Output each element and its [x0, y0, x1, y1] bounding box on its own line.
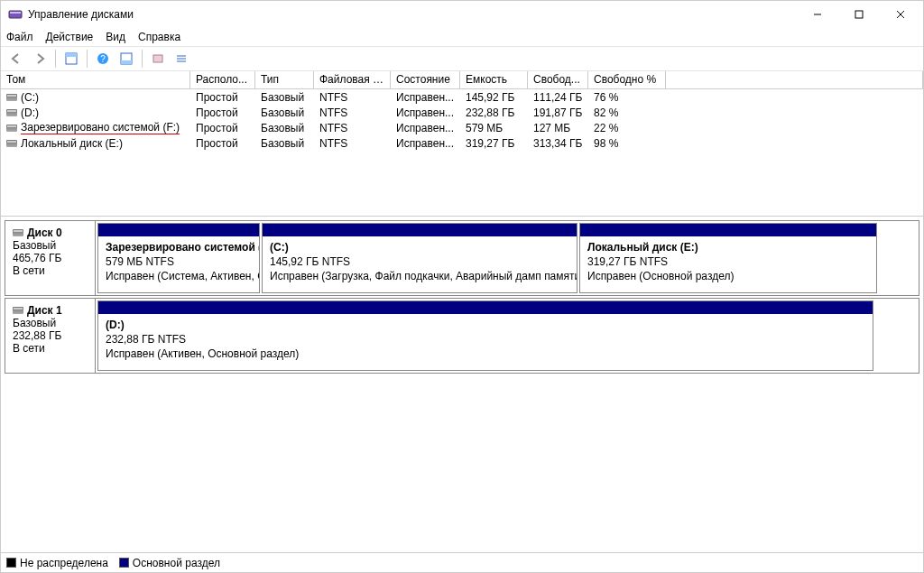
cell-capacity: 579 МБ: [460, 122, 528, 134]
view-top-icon[interactable]: [61, 49, 81, 69]
partition-header-bar: [98, 224, 259, 236]
view-bottom-icon[interactable]: [116, 49, 136, 69]
cell-freepct: 82 %: [588, 106, 666, 119]
partition-title: Зарезервировано системой (F: [106, 241, 259, 254]
separator: [55, 50, 56, 68]
partition-status: Исправен (Загрузка, Файл подкачки, Авари…: [270, 270, 577, 282]
cell-type: Базовый: [255, 122, 314, 134]
partition[interactable]: Зарезервировано системой (F579 МБ NTFSИс…: [97, 223, 260, 293]
partition-size: 319,27 ГБ NTFS: [587, 255, 668, 268]
partition-header-bar: [98, 301, 873, 314]
svg-rect-7: [66, 53, 77, 57]
cell-type: Базовый: [255, 91, 314, 104]
partition[interactable]: Локальный диск (E:)319,27 ГБ NTFSИсправе…: [579, 223, 877, 293]
volume-list[interactable]: Том Располо... Тип Файловая с... Состоян…: [1, 71, 923, 217]
app-icon: [8, 7, 23, 22]
menu-file[interactable]: Файл: [6, 31, 33, 43]
partition[interactable]: (D:)232,88 ГБ NTFSИсправен (Активен, Осн…: [97, 300, 873, 371]
partition-status: Исправен (Основной раздел): [587, 270, 734, 282]
col-fs[interactable]: Файловая с...: [314, 71, 391, 88]
col-volume[interactable]: Том: [1, 71, 190, 88]
titlebar[interactable]: Управление дисками: [1, 1, 923, 28]
menu-action[interactable]: Действие: [46, 31, 94, 43]
cell-capacity: 319,27 ГБ: [460, 137, 528, 150]
partition-header-bar: [580, 224, 876, 236]
forward-button[interactable]: [30, 49, 50, 69]
cell-free: 191,87 ГБ: [528, 106, 588, 119]
cell-fs: NTFS: [314, 137, 391, 150]
column-headers: Том Располо... Тип Файловая с... Состоян…: [1, 71, 923, 89]
volume-name: Зарезервировано системой (F:): [21, 121, 180, 134]
col-status[interactable]: Состояние: [391, 71, 460, 88]
disk-map-pane[interactable]: Диск 0Базовый465,76 ГБВ сетиЗарезервиров…: [1, 217, 923, 552]
window-buttons: [797, 1, 921, 28]
back-button[interactable]: [6, 49, 26, 69]
disk-name: Диск 0: [27, 226, 62, 239]
cell-status: Исправен...: [391, 91, 460, 104]
cell-free: 313,34 ГБ: [528, 137, 588, 150]
cell-type: Базовый: [255, 137, 314, 150]
unallocated-swatch: [6, 558, 16, 568]
cell-status: Исправен...: [391, 122, 460, 134]
disk-type: Базовый: [13, 239, 88, 252]
drive-icon: [6, 94, 17, 101]
cell-capacity: 145,92 ГБ: [460, 91, 528, 104]
col-free[interactable]: Свобод...: [528, 71, 588, 88]
partition-header-bar: [263, 224, 577, 236]
drive-icon: [13, 307, 23, 314]
partitions: (D:)232,88 ГБ NTFSИсправен (Активен, Осн…: [96, 299, 919, 373]
drive-icon: [6, 109, 17, 116]
partition-size: 232,88 ГБ NTFS: [106, 333, 186, 346]
list-icon[interactable]: [171, 49, 191, 69]
svg-rect-12: [153, 55, 162, 62]
col-capacity[interactable]: Емкость: [460, 71, 528, 88]
disk-management-window: Управление дисками Файл Действие Вид Спр…: [0, 0, 924, 573]
separator: [87, 50, 88, 68]
cell-type: Базовый: [255, 106, 314, 119]
settings-icon[interactable]: [148, 49, 168, 69]
cell-fs: NTFS: [314, 122, 391, 134]
table-row[interactable]: Зарезервировано системой (F:)ПростойБазо…: [1, 120, 923, 135]
maximize-button[interactable]: [838, 1, 880, 28]
help-icon[interactable]: ?: [93, 49, 113, 69]
cell-layout: Простой: [190, 137, 255, 150]
partition[interactable]: (C:)145,92 ГБ NTFSИсправен (Загрузка, Фа…: [262, 223, 578, 293]
menu-view[interactable]: Вид: [106, 31, 125, 43]
cell-free: 111,24 ГБ: [528, 91, 588, 104]
cell-layout: Простой: [190, 91, 255, 104]
volume-name: Локальный диск (E:): [21, 137, 123, 150]
content-area: Том Располо... Тип Файловая с... Состоян…: [1, 71, 923, 552]
menu-help[interactable]: Справка: [138, 31, 180, 43]
col-freepct[interactable]: Свободно %: [588, 71, 666, 88]
disk-size: 232,88 ГБ: [13, 329, 88, 342]
col-layout[interactable]: Располо...: [190, 71, 255, 88]
table-row[interactable]: (C:)ПростойБазовыйNTFSИсправен...145,92 …: [1, 89, 923, 105]
drive-icon: [13, 229, 23, 236]
close-button[interactable]: [880, 1, 921, 28]
drive-icon: [6, 125, 17, 132]
svg-rect-11: [121, 60, 132, 64]
disk-size: 465,76 ГБ: [13, 252, 88, 264]
partition-title: (C:): [270, 241, 289, 254]
legend-primary-label: Основной раздел: [133, 557, 220, 569]
table-row[interactable]: Локальный диск (E:)ПростойБазовыйNTFSИсп…: [1, 135, 923, 151]
cell-freepct: 98 %: [588, 137, 666, 150]
cell-free: 127 МБ: [528, 122, 588, 134]
cell-freepct: 22 %: [588, 122, 666, 134]
col-type[interactable]: Тип: [255, 71, 314, 88]
disk-label[interactable]: Диск 0Базовый465,76 ГБВ сети: [5, 221, 96, 295]
svg-rect-1: [10, 12, 21, 14]
volume-name: (D:): [21, 106, 39, 119]
partition-size: 579 МБ NTFS: [106, 255, 174, 268]
partitions: Зарезервировано системой (F579 МБ NTFSИс…: [96, 221, 919, 295]
disk-state: В сети: [13, 342, 88, 355]
disk-type: Базовый: [13, 317, 88, 329]
minimize-button[interactable]: [797, 1, 838, 28]
cell-fs: NTFS: [314, 91, 391, 104]
drive-icon: [6, 140, 17, 147]
partition-status: Исправен (Активен, Основной раздел): [106, 347, 299, 360]
table-row[interactable]: (D:)ПростойБазовыйNTFSИсправен...232,88 …: [1, 105, 923, 120]
cell-status: Исправен...: [391, 106, 460, 119]
disk-label[interactable]: Диск 1Базовый232,88 ГБВ сети: [5, 299, 96, 373]
partition-title: Локальный диск (E:): [587, 241, 698, 254]
